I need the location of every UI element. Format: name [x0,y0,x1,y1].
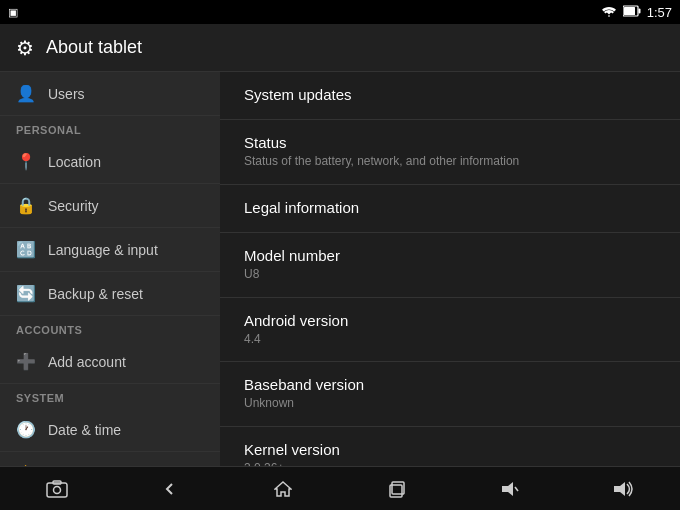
sidebar-label-datetime: Date & time [48,422,121,438]
security-icon: 🔒 [16,196,36,215]
content-title-system-updates: System updates [244,86,656,103]
screenshot-button[interactable] [27,471,87,507]
content-title-kernel: Kernel version [244,441,656,458]
nav-bar [0,466,680,510]
sidebar-label-security: Security [48,198,99,214]
tablet-icon: ▣ [8,6,18,19]
recents-button[interactable] [367,471,427,507]
datetime-icon: 🕐 [16,420,36,439]
sidebar-item-users[interactable]: 👤Users [0,72,220,116]
svg-rect-1 [638,8,640,13]
content-subtitle-android-version: 4.4 [244,331,656,348]
sidebar: 👤UsersPERSONAL📍Location🔒Security🔠Languag… [0,72,220,466]
sidebar-label-language: Language & input [48,242,158,258]
sidebar-item-datetime[interactable]: 🕐Date & time [0,408,220,452]
users-icon: 👤 [16,84,36,103]
svg-point-4 [53,486,60,493]
content-subtitle-status: Status of the battery, network, and othe… [244,153,656,170]
settings-gear-icon: ⚙ [16,36,34,60]
battery-icon [623,5,641,20]
sidebar-section-system-section: SYSTEM [0,384,220,408]
content-item-android-version[interactable]: Android version4.4 [220,298,680,363]
sidebar-section-accounts-section: ACCOUNTS [0,316,220,340]
sidebar-item-language[interactable]: 🔠Language & input [0,228,220,272]
volume-down-button[interactable] [480,471,540,507]
language-icon: 🔠 [16,240,36,259]
svg-rect-3 [47,483,67,497]
svg-line-10 [515,487,518,491]
status-bar: ▣ 1:57 [0,0,680,24]
content-title-model: Model number [244,247,656,264]
header: ⚙ About tablet [0,24,680,72]
svg-marker-9 [502,482,513,496]
sidebar-item-location[interactable]: 📍Location [0,140,220,184]
sidebar-label-location: Location [48,154,101,170]
sidebar-item-accessibility[interactable]: ✋Accessibility [0,452,220,466]
backup-icon: 🔄 [16,284,36,303]
content-title-status: Status [244,134,656,151]
location-icon: 📍 [16,152,36,171]
time-display: 1:57 [647,5,672,20]
content-title-baseband: Baseband version [244,376,656,393]
sidebar-item-add-account[interactable]: ➕Add account [0,340,220,384]
content-item-baseband[interactable]: Baseband versionUnknown [220,362,680,427]
content-subtitle-baseband: Unknown [244,395,656,412]
back-button[interactable] [140,471,200,507]
svg-marker-11 [614,482,625,496]
sidebar-item-security[interactable]: 🔒Security [0,184,220,228]
status-right: 1:57 [601,5,672,20]
content-item-legal[interactable]: Legal information [220,185,680,233]
content-area: System updatesStatusStatus of the batter… [220,72,680,466]
sidebar-label-users: Users [48,86,85,102]
content-item-model[interactable]: Model numberU8 [220,233,680,298]
content-title-legal: Legal information [244,199,656,216]
svg-marker-6 [275,482,291,496]
add-account-icon: ➕ [16,352,36,371]
main-content: 👤UsersPERSONAL📍Location🔒Security🔠Languag… [0,72,680,466]
content-item-status[interactable]: StatusStatus of the battery, network, an… [220,120,680,185]
content-item-system-updates[interactable]: System updates [220,72,680,120]
svg-rect-2 [624,7,635,15]
sidebar-label-backup: Backup & reset [48,286,143,302]
content-title-android-version: Android version [244,312,656,329]
status-left: ▣ [8,6,18,19]
content-subtitle-model: U8 [244,266,656,283]
sidebar-item-backup[interactable]: 🔄Backup & reset [0,272,220,316]
sidebar-section-personal-section: PERSONAL [0,116,220,140]
content-item-kernel[interactable]: Kernel version3.0.36+ york@mid-Porsche #… [220,427,680,466]
home-button[interactable] [253,471,313,507]
wifi-icon [601,5,617,20]
volume-up-button[interactable] [593,471,653,507]
sidebar-label-add-account: Add account [48,354,126,370]
header-title: About tablet [46,37,142,58]
